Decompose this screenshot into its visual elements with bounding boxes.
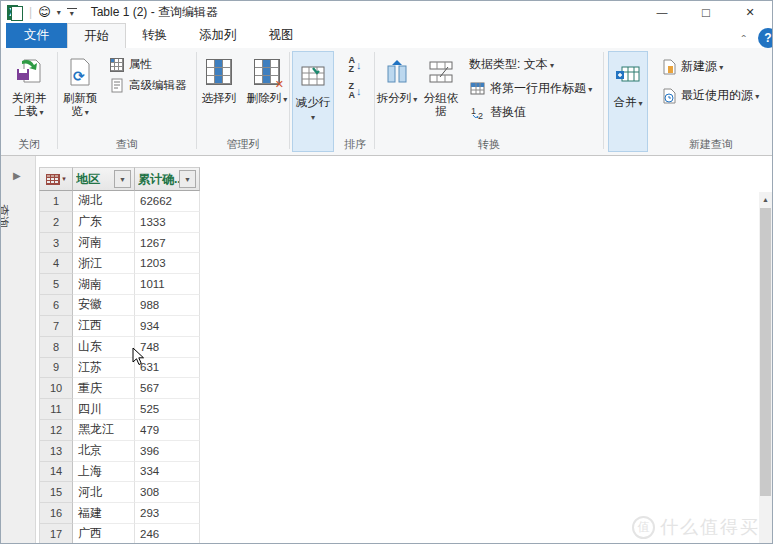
row-number-cell[interactable]: 7 bbox=[39, 316, 73, 337]
value-cell[interactable]: 62662 bbox=[135, 191, 200, 212]
region-cell[interactable]: 山东 bbox=[73, 337, 135, 358]
close-and-load-button[interactable]: 关闭并上载 bbox=[7, 52, 51, 119]
ribbon-group-new-query: 新建源 最近使用的源 新建查询 bbox=[650, 48, 772, 155]
use-first-row-button[interactable]: 将第一行用作标题 bbox=[469, 78, 592, 99]
combine-button[interactable]: 合并 bbox=[608, 51, 648, 152]
value-cell[interactable]: 525 bbox=[135, 399, 200, 420]
row-number-cell[interactable]: 1 bbox=[39, 191, 73, 212]
vertical-scrollbar[interactable]: ▲ bbox=[759, 192, 772, 544]
advanced-editor-button[interactable]: 高级编辑器 bbox=[108, 75, 187, 96]
replace-values-button[interactable]: 12 替换值 bbox=[469, 102, 592, 123]
queries-pane-collapsed[interactable]: ▶ 查询 bbox=[1, 156, 36, 544]
region-cell[interactable]: 湖北 bbox=[73, 191, 135, 212]
help-icon[interactable]: ? bbox=[758, 28, 773, 48]
column-header-region[interactable]: 地区 ▼ bbox=[73, 167, 135, 191]
recent-sources-button[interactable]: 最近使用的源 bbox=[660, 85, 759, 106]
split-column-button[interactable]: 拆分列 bbox=[375, 52, 419, 106]
row-number-cell[interactable]: 17 bbox=[39, 524, 73, 544]
region-cell[interactable]: 安徽 bbox=[73, 295, 135, 316]
region-cell[interactable]: 江西 bbox=[73, 316, 135, 337]
smiley-dropdown-caret-icon[interactable]: ▾ bbox=[57, 8, 61, 17]
row-number-cell[interactable]: 4 bbox=[39, 253, 73, 274]
minimize-button[interactable]: — bbox=[640, 1, 684, 23]
value-cell[interactable]: 293 bbox=[135, 503, 200, 524]
region-cell[interactable]: 河北 bbox=[73, 482, 135, 503]
data-type-button[interactable]: 数据类型: 文本 bbox=[469, 54, 592, 75]
value-cell[interactable]: 479 bbox=[135, 420, 200, 441]
row-number-cell[interactable]: 6 bbox=[39, 295, 73, 316]
new-source-button[interactable]: 新建源 bbox=[660, 56, 723, 77]
row-number-cell[interactable]: 3 bbox=[39, 233, 73, 254]
reduce-rows-button[interactable]: 减少行 bbox=[292, 51, 334, 152]
choose-columns-button[interactable]: 选择列 bbox=[197, 52, 241, 105]
scrollbar-thumb[interactable] bbox=[760, 208, 771, 496]
row-number-cell[interactable]: 12 bbox=[39, 420, 73, 441]
tab-transform[interactable]: 转换 bbox=[126, 23, 183, 48]
filter-dropdown-icon[interactable]: ▼ bbox=[179, 170, 196, 188]
value-cell[interactable]: 246 bbox=[135, 524, 200, 544]
quick-access-toolbar-icon[interactable]: ▾ bbox=[67, 8, 77, 17]
smiley-feedback-icon[interactable]: 😊 bbox=[38, 5, 51, 19]
region-cell[interactable]: 四川 bbox=[73, 399, 135, 420]
region-cell[interactable]: 广西 bbox=[73, 524, 135, 544]
row-number-cell[interactable]: 11 bbox=[39, 399, 73, 420]
region-cell[interactable]: 重庆 bbox=[73, 378, 135, 399]
row-number-cell[interactable]: 10 bbox=[39, 378, 73, 399]
group-by-button[interactable]: 分组依据 bbox=[419, 52, 463, 118]
value-cell[interactable]: 1011 bbox=[135, 274, 200, 295]
row-number-cell[interactable]: 5 bbox=[39, 274, 73, 295]
maximize-button[interactable]: □ bbox=[684, 1, 728, 23]
sort-ascending-icon: ↓ bbox=[356, 61, 362, 70]
value-cell[interactable]: 396 bbox=[135, 441, 200, 462]
value-cell[interactable]: 334 bbox=[135, 462, 200, 483]
table-row: 16福建293 bbox=[39, 503, 200, 524]
group-label-transform: 转换 bbox=[375, 137, 603, 152]
close-button[interactable]: ✕ bbox=[728, 1, 772, 23]
table-row: 1湖北62662 bbox=[39, 191, 200, 212]
row-number-cell[interactable]: 9 bbox=[39, 358, 73, 379]
value-cell[interactable]: 1203 bbox=[135, 253, 200, 274]
remove-columns-button[interactable]: ✕ 删除列 bbox=[245, 52, 289, 106]
region-cell[interactable]: 上海 bbox=[73, 462, 135, 483]
tab-file[interactable]: 文件 bbox=[6, 23, 67, 48]
row-number-cell[interactable]: 8 bbox=[39, 337, 73, 358]
new-source-label: 新建源 bbox=[681, 58, 723, 75]
value-cell[interactable]: 934 bbox=[135, 316, 200, 337]
table-row: 6安徽988 bbox=[39, 295, 200, 316]
region-cell[interactable]: 北京 bbox=[73, 441, 135, 462]
row-number-cell[interactable]: 13 bbox=[39, 441, 73, 462]
refresh-preview-button[interactable]: ⟳ 刷新预览 bbox=[58, 52, 102, 119]
region-cell[interactable]: 福建 bbox=[73, 503, 135, 524]
expand-pane-icon[interactable]: ▶ bbox=[13, 170, 21, 181]
value-cell[interactable]: 1267 bbox=[135, 233, 200, 254]
region-cell[interactable]: 河南 bbox=[73, 233, 135, 254]
region-cell[interactable]: 江苏 bbox=[73, 358, 135, 379]
value-cell[interactable]: 988 bbox=[135, 295, 200, 316]
tab-view[interactable]: 视图 bbox=[253, 23, 310, 48]
sort-descending-button[interactable]: ZA↓ bbox=[349, 82, 362, 100]
ribbon-group-query: ⟳ 刷新预览 属性 bbox=[58, 48, 196, 155]
tab-add-column[interactable]: 添加列 bbox=[183, 23, 253, 48]
value-cell[interactable]: 567 bbox=[135, 378, 200, 399]
sort-ascending-button[interactable]: AZ↓ bbox=[349, 56, 362, 74]
value-cell[interactable]: 1333 bbox=[135, 212, 200, 233]
value-cell[interactable]: 308 bbox=[135, 482, 200, 503]
collapse-ribbon-icon[interactable]: ⌃ bbox=[740, 34, 748, 43]
scroll-up-icon[interactable]: ▲ bbox=[759, 192, 772, 206]
region-cell[interactable]: 广东 bbox=[73, 212, 135, 233]
row-number-cell[interactable]: 14 bbox=[39, 462, 73, 483]
row-number-cell[interactable]: 2 bbox=[39, 212, 73, 233]
column-header-cumulative[interactable]: 累计确... ▼ bbox=[135, 167, 200, 191]
filter-dropdown-icon[interactable]: ▼ bbox=[114, 170, 131, 188]
region-cell[interactable]: 浙江 bbox=[73, 253, 135, 274]
properties-button[interactable]: 属性 bbox=[108, 54, 187, 75]
refresh-preview-icon: ⟳ bbox=[64, 56, 96, 88]
region-cell[interactable]: 黑龙江 bbox=[73, 420, 135, 441]
table-row: 15河北308 bbox=[39, 482, 200, 503]
row-number-cell[interactable]: 15 bbox=[39, 482, 73, 503]
tab-home[interactable]: 开始 bbox=[67, 23, 126, 48]
table-menu-button[interactable]: ▾ bbox=[39, 167, 73, 191]
row-number-cell[interactable]: 16 bbox=[39, 503, 73, 524]
power-query-editor-window: X | 😊 ▾ ▾ Table 1 (2) - 查询编辑器 — □ ✕ 文件 开… bbox=[0, 0, 773, 544]
region-cell[interactable]: 湖南 bbox=[73, 274, 135, 295]
